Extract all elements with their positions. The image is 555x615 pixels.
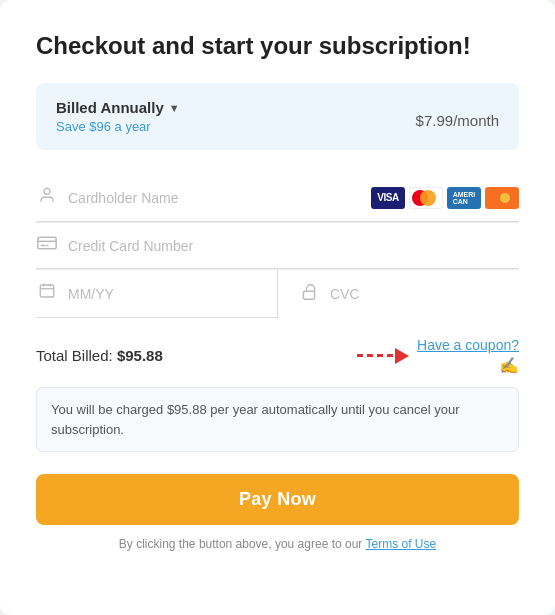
card-number-row [36,223,519,269]
terms-text: By clicking the button above, you agree … [36,537,519,551]
terms-link[interactable]: Terms of Use [365,537,436,551]
svg-rect-3 [38,237,56,249]
billing-price: $7.99/month [416,101,499,133]
checkout-card: Checkout and start your subscription! Bi… [0,0,555,615]
cvc-input[interactable] [330,286,519,302]
total-label: Total Billed: $95.88 [36,347,163,364]
coupon-link[interactable]: Have a coupon? [417,337,519,353]
svg-rect-7 [40,285,54,297]
billing-box[interactable]: Billed Annually ▼ Save $96 a year $7.99/… [36,83,519,150]
amex-icon: AMERICAN [447,187,481,209]
coupon-arrow-icon [357,348,409,364]
visa-icon: VISA [371,187,405,209]
payment-form: VISA AMERICAN [36,174,519,318]
cardholder-input[interactable] [68,190,361,206]
total-coupon-row: Total Billed: $95.88 Have a coupon? ✍ [36,336,519,375]
billing-label[interactable]: Billed Annually ▼ [56,99,180,116]
card-brand-icons: VISA AMERICAN [371,187,519,209]
billing-left: Billed Annually ▼ Save $96 a year [56,99,180,134]
total-amount: $95.88 [117,347,163,364]
person-icon [36,186,58,209]
expiry-row [36,270,278,318]
cursor-icon: ✍ [417,356,519,375]
svg-point-2 [500,193,510,203]
billing-save-text: Save $96 a year [56,119,180,134]
card-number-input[interactable] [68,238,519,254]
mastercard-icon [409,187,443,209]
credit-card-icon [36,235,58,256]
info-box: You will be charged $95.88 per year auto… [36,387,519,452]
cvc-row [278,270,519,318]
page-title: Checkout and start your subscription! [36,30,519,61]
lock-icon [298,283,320,306]
expiry-cvc-row [36,270,519,318]
svg-rect-11 [303,291,314,299]
svg-point-0 [44,188,50,194]
cardholder-row: VISA AMERICAN [36,174,519,222]
pay-now-button[interactable]: Pay Now [36,474,519,525]
expiry-input[interactable] [68,286,257,302]
calendar-icon [36,282,58,305]
coupon-area: Have a coupon? ✍ [357,336,519,375]
dropdown-arrow-icon[interactable]: ▼ [169,102,180,114]
discover-icon [485,187,519,209]
